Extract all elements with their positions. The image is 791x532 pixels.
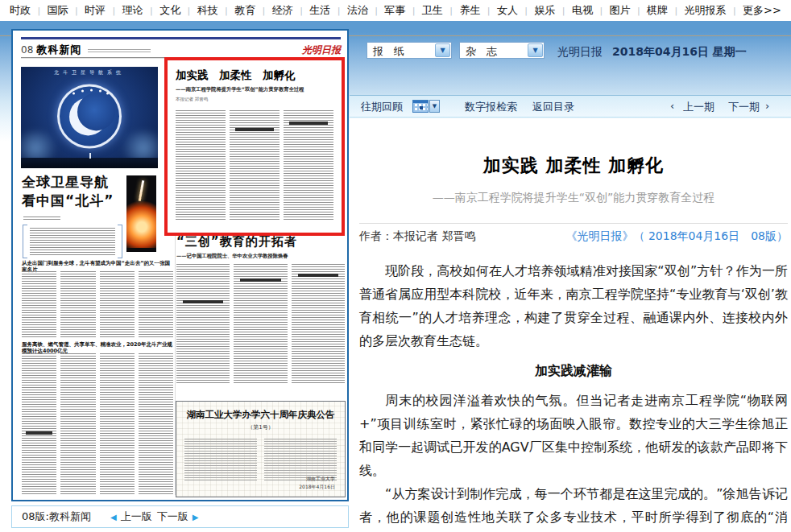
nav-item[interactable]: 国际 xyxy=(48,3,68,18)
article-title: 加实践 加柔性 加孵化 xyxy=(359,154,788,178)
text-column xyxy=(22,271,56,337)
magazine-select[interactable]: 杂 志 ▼ xyxy=(459,42,545,59)
masthead-name: 光明日报 xyxy=(557,45,603,60)
magazine-select-value: 杂 志 xyxy=(466,44,497,59)
nav-item[interactable]: 电视 xyxy=(572,3,593,18)
next-page-link[interactable]: 下一版 xyxy=(157,509,188,524)
newspaper-page-thumbnail[interactable]: 08 教科新闻 光明日报 北斗卫星导航系统 全球卫星导航 看中国“北斗” 从走出… xyxy=(11,29,349,501)
notice-signer: 湖南工业大学 xyxy=(306,476,335,481)
nav-separator: | xyxy=(449,6,453,16)
text-column xyxy=(292,264,345,385)
nav-separator: | xyxy=(733,6,736,16)
text-column xyxy=(100,353,135,495)
article-section-heading: 加实践减灌输 xyxy=(359,359,788,382)
text-column xyxy=(176,110,226,221)
nav-separator: | xyxy=(263,6,266,16)
beidou-intro-box xyxy=(23,225,122,258)
nav-item[interactable]: 理论 xyxy=(122,3,143,18)
digital-search-link[interactable]: 数字报检索 xyxy=(465,100,517,114)
prev-issue-link[interactable]: 上一期 xyxy=(683,100,714,114)
highlighted-article-region[interactable]: 加实践 加柔性 加孵化 ——南京工程学院将提升学生“双创”能力贯穿教育全过程 本… xyxy=(164,57,345,236)
issue-date: 2018年04月16日 星期一 xyxy=(612,45,747,60)
article-paragraph: 周末的校园洋溢着欢快的气氛。但当记者走进南京工程学院“物联网+”项目训练室时，紧… xyxy=(359,389,788,482)
nav-item[interactable]: 光明报系 xyxy=(685,3,727,18)
page-number: 08 xyxy=(21,45,33,55)
anniversary-notice-box: 湖南工业大学办学六十周年庆典公告 （第1号） 湖南工业大学 2018年4月16日 xyxy=(176,401,346,497)
text-column xyxy=(22,353,56,495)
nav-item[interactable]: 法治 xyxy=(347,3,368,18)
micro-subhead xyxy=(26,431,52,435)
nav-item[interactable]: 文化 xyxy=(159,3,180,18)
chevron-left-icon[interactable]: ‹ xyxy=(670,100,674,112)
calendar-icon[interactable] xyxy=(412,100,429,113)
back-to-contents-link[interactable]: 返回目录 xyxy=(532,100,574,114)
page-meta-microtext xyxy=(88,49,151,53)
nav-item[interactable]: 时评 xyxy=(85,3,106,18)
top-nav: 时政|国际|时评|理论|文化|科技|教育|经济|生活|法治|军事|卫生|养生|女… xyxy=(0,0,791,21)
micro-subhead xyxy=(235,128,273,131)
nav-item[interactable]: 军事 xyxy=(384,3,405,18)
paper-select-arrow-button[interactable]: ▼ xyxy=(435,43,450,57)
intro-microtext xyxy=(30,228,115,255)
highlight-text-columns xyxy=(176,110,333,221)
nav-item[interactable]: 娱乐 xyxy=(534,3,555,18)
text-column xyxy=(100,271,135,337)
page-pager-bar: 08版:教科新闻 ◀ 上一版 下一版 ▶ xyxy=(11,505,349,528)
text-column xyxy=(176,264,230,385)
nav-item[interactable]: 图片 xyxy=(610,3,631,18)
beidou-stage-photo: 北斗卫星导航系统 xyxy=(21,67,158,168)
nav-separator: | xyxy=(112,6,115,16)
chevron-down-icon: ▼ xyxy=(532,47,537,54)
beidou-headline-line1: 全球卫星导航 xyxy=(22,174,109,190)
nav-separator: | xyxy=(674,6,677,16)
text-column xyxy=(234,264,287,385)
nav-separator: | xyxy=(75,6,78,16)
article-paragraph: 现阶段，高校如何在人才培养领域精准对接国家“双创”方针？作为一所普通省属应用型本… xyxy=(359,259,788,353)
sanchuang-article-subtitle: ——记中国工程院院士、华中农业大学教授陈焕春 xyxy=(176,253,346,260)
nav-separator: | xyxy=(524,6,528,16)
arrow-left-icon[interactable]: ◀ xyxy=(110,513,117,522)
notice-issue-number: （第1号） xyxy=(176,423,345,431)
nav-separator: | xyxy=(225,6,228,16)
emblem-caption: 北斗卫星导航系统 xyxy=(21,69,158,76)
calendar-dropdown-button[interactable]: ▼ xyxy=(429,100,440,113)
page-header: 08 教科新闻 光明日报 xyxy=(21,42,341,55)
nav-item[interactable]: 生活 xyxy=(309,3,330,18)
nav-item[interactable]: 更多>> xyxy=(743,3,781,18)
highlight-article-subtitle: ——南京工程学院将提升学生“双创”能力贯穿教育全过程 xyxy=(176,86,333,93)
beidou-text-columns xyxy=(22,353,173,495)
section-name: 教科新闻 xyxy=(36,44,81,55)
past-issues-link[interactable]: 往期回顾 xyxy=(361,100,403,114)
next-issue-link[interactable]: 下一期 xyxy=(728,100,760,114)
nav-separator: | xyxy=(300,6,303,16)
notice-sign-date: 2018年4月16日 xyxy=(299,484,335,489)
text-column xyxy=(284,110,333,221)
nav-separator: | xyxy=(562,6,565,16)
nav-item[interactable]: 时政 xyxy=(10,3,31,18)
prev-page-link[interactable]: 上一版 xyxy=(121,509,152,524)
paper-select[interactable]: 报 纸 ▼ xyxy=(367,42,452,59)
sanchuang-article-title: “三创”教育的开拓者 xyxy=(176,234,346,250)
audience-silhouette xyxy=(21,158,158,168)
nav-item[interactable]: 卫生 xyxy=(422,3,443,18)
notice-title: 湖南工业大学办学六十周年庆典公告 xyxy=(176,409,345,421)
micro-subhead xyxy=(289,122,327,125)
nav-item[interactable]: 经济 xyxy=(272,3,293,18)
nav-item[interactable]: 棋牌 xyxy=(647,3,668,18)
article-pane: 加实践 加柔性 加孵化 ——南京工程学院将提升学生“双创”能力贯穿教育全过程 作… xyxy=(350,118,791,532)
masthead-logo: 光明日报 xyxy=(302,45,341,55)
chevron-down-icon: ▼ xyxy=(433,104,437,109)
paper-select-value: 报 纸 xyxy=(373,44,404,59)
nav-item[interactable]: 养生 xyxy=(459,3,480,18)
nav-separator: | xyxy=(375,6,378,16)
nav-item[interactable]: 教育 xyxy=(234,3,255,18)
text-column xyxy=(184,439,257,480)
beidou-headline-line2: 看中国“北斗” xyxy=(22,192,114,208)
issue-toolbar: 往期回顾 ▼ 数字报检索 返回目录 ‹ 上一期 下一期 › xyxy=(350,95,791,118)
arrow-right-icon[interactable]: ▶ xyxy=(193,513,199,522)
chevron-right-icon[interactable]: › xyxy=(765,100,769,112)
nav-item[interactable]: 科技 xyxy=(197,3,218,18)
nav-item[interactable]: 女人 xyxy=(497,3,518,18)
magazine-select-arrow-button[interactable]: ▼ xyxy=(528,43,543,57)
text-column xyxy=(60,353,95,495)
